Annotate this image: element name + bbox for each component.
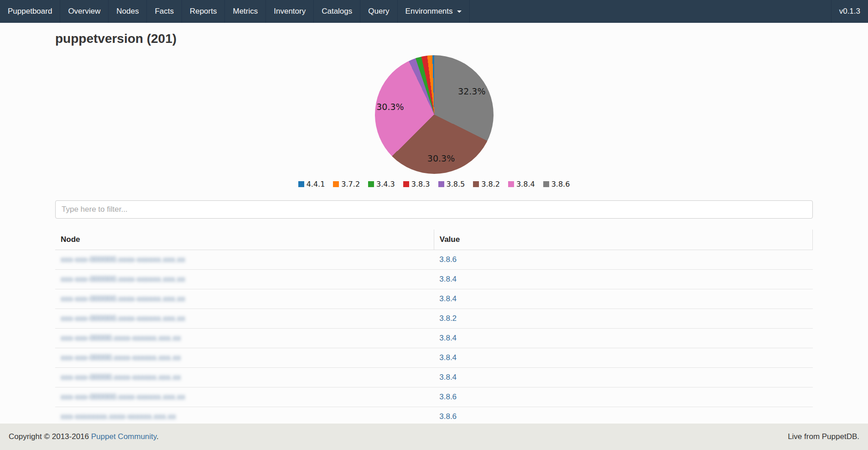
- chevron-down-icon: [457, 10, 462, 13]
- legend-item: 3.8.6: [543, 180, 570, 188]
- value-cell: 3.8.4: [434, 270, 812, 289]
- table-row: xxx-xxx-000000.xxxx-xxxxxx.xxx.xx 3.8.4: [55, 289, 813, 309]
- version-label: v0.1.3: [831, 0, 868, 23]
- value-link[interactable]: 3.8.2: [439, 314, 457, 323]
- node-link[interactable]: xxx-xxx-000000.xxxx-xxxxxx.xxx.xx: [61, 294, 185, 303]
- table-row: xxx-xxx-00000.xxxx-xxxxxx.xxx.xx 3.8.4: [55, 348, 813, 368]
- nav-item-query[interactable]: Query: [360, 0, 397, 23]
- pie-legend: 4.4.1 3.7.2 3.4.3 3.8.3 3.8.5 3.8.2 3.8.…: [294, 180, 574, 188]
- fact-value-table: Node Value xxx-xxx-000000.xxxx-xxxxxx.xx…: [55, 230, 813, 427]
- table-row: xxx-xxx-00000.xxxx-xxxxxx.xxx.xx 3.8.4: [55, 368, 813, 387]
- navbar-brand[interactable]: Puppetboard: [0, 0, 60, 23]
- value-link[interactable]: 3.8.6: [439, 392, 457, 401]
- legend-item: 3.8.4: [508, 180, 535, 188]
- legend-item: 4.4.1: [298, 180, 325, 188]
- legend-label: 3.8.4: [516, 180, 535, 188]
- value-cell: 3.8.4: [434, 329, 812, 348]
- legend-label: 3.8.2: [481, 180, 500, 188]
- copyright-text: Copyright © 2013-2016 Puppet Community.: [9, 432, 159, 441]
- legend-item: 3.8.5: [438, 180, 465, 188]
- node-cell: xxx-xxx-00000.xxxx-xxxxxx.xxx.xx: [55, 348, 434, 368]
- filter-input[interactable]: [55, 200, 813, 219]
- legend-swatch-icon: [368, 181, 374, 187]
- node-cell: xxx-xxx-000000.xxxx-xxxxxx.xxx.xx: [55, 289, 434, 309]
- value-link[interactable]: 3.8.6: [439, 412, 457, 421]
- legend-item: 3.8.2: [473, 180, 500, 188]
- nav-item-inventory[interactable]: Inventory: [266, 0, 314, 23]
- copyright-suffix: .: [156, 432, 159, 441]
- value-link[interactable]: 3.8.6: [439, 255, 457, 264]
- legend-swatch-icon: [298, 181, 304, 187]
- pie-percent-label: 30.3%: [427, 153, 455, 163]
- pie-percent-label: 32.3%: [458, 86, 485, 96]
- value-cell: 3.8.4: [434, 348, 812, 368]
- environments-dropdown-label: Environments: [405, 7, 453, 16]
- legend-swatch-icon: [403, 181, 409, 187]
- node-link[interactable]: xxx-xxxxxxxx.xxxx-xxxxxx.xxx.xx: [61, 412, 176, 421]
- node-link[interactable]: xxx-xxx-000000.xxxx-xxxxxx.xxx.xx: [61, 255, 185, 264]
- pie-percent-label: 30.3%: [376, 102, 404, 112]
- legend-item: 3.7.2: [333, 180, 360, 188]
- legend-label: 3.8.5: [447, 180, 465, 188]
- node-cell: xxx-xxx-000000.xxxx-xxxxxx.xxx.xx: [55, 250, 434, 270]
- value-cell: 3.8.2: [434, 309, 812, 329]
- node-cell: xxx-xxx-00000.xxxx-xxxxxx.xxx.xx: [55, 368, 434, 387]
- nav-item-facts[interactable]: Facts: [147, 0, 182, 23]
- value-cell: 3.8.4: [434, 289, 812, 309]
- legend-item: 3.4.3: [368, 180, 395, 188]
- legend-swatch-icon: [473, 181, 479, 187]
- node-link[interactable]: xxx-xxx-00000.xxxx-xxxxxx.xxx.xx: [61, 373, 181, 382]
- table-row: xxx-xxx-000000.xxxx-xxxxxx.xxx.xx 3.8.6: [55, 387, 813, 407]
- table-row: xxx-xxx-000000.xxxx-xxxxxx.xxx.xx 3.8.4: [55, 270, 813, 289]
- legend-swatch-icon: [438, 181, 444, 187]
- pie-chart: 32.3%30.3%30.3%: [375, 55, 494, 174]
- legend-label: 3.8.3: [411, 180, 430, 188]
- nav-item-overview[interactable]: Overview: [60, 0, 109, 23]
- column-header-value[interactable]: Value: [434, 230, 812, 250]
- live-from-puppetdb-text: Live from PuppetDB.: [788, 432, 859, 441]
- node-link[interactable]: xxx-xxx-00000.xxxx-xxxxxx.xxx.xx: [61, 353, 181, 362]
- legend-label: 3.8.6: [551, 180, 570, 188]
- value-cell: 3.8.6: [434, 250, 812, 270]
- puppet-community-link[interactable]: Puppet Community: [91, 432, 156, 441]
- value-link[interactable]: 3.8.4: [439, 373, 457, 382]
- table-row: xxx-xxx-000000.xxxx-xxxxxx.xxx.xx 3.8.6: [55, 250, 813, 270]
- value-link[interactable]: 3.8.4: [439, 294, 457, 303]
- table-row: xxx-xxx-00000.xxxx-xxxxxx.xxx.xx 3.8.4: [55, 329, 813, 348]
- fact-pie-chart: 32.3%30.3%30.3% 4.4.1 3.7.2 3.4.3 3.8.3 …: [55, 55, 813, 188]
- legend-swatch-icon: [543, 181, 549, 187]
- environments-dropdown[interactable]: Environments: [398, 0, 470, 23]
- node-cell: xxx-xxx-00000.xxxx-xxxxxx.xxx.xx: [55, 329, 434, 348]
- legend-label: 3.7.2: [341, 180, 360, 188]
- value-cell: 3.8.4: [434, 368, 812, 387]
- node-cell: xxx-xxx-000000.xxxx-xxxxxx.xxx.xx: [55, 387, 434, 407]
- legend-label: 4.4.1: [307, 180, 325, 188]
- value-link[interactable]: 3.8.4: [439, 334, 457, 342]
- legend-label: 3.4.3: [376, 180, 395, 188]
- nav-item-reports[interactable]: Reports: [182, 0, 225, 23]
- legend-item: 3.8.3: [403, 180, 430, 188]
- page-footer: Copyright © 2013-2016 Puppet Community. …: [0, 424, 868, 450]
- node-link[interactable]: xxx-xxx-00000.xxxx-xxxxxx.xxx.xx: [61, 334, 181, 342]
- node-link[interactable]: xxx-xxx-000000.xxxx-xxxxxx.xxx.xx: [61, 275, 185, 283]
- top-navbar: Puppetboard Overview Nodes Facts Reports…: [0, 0, 868, 23]
- node-cell: xxx-xxx-000000.xxxx-xxxxxx.xxx.xx: [55, 270, 434, 289]
- table-row: xxx-xxx-000000.xxxx-xxxxxx.xxx.xx 3.8.2: [55, 309, 813, 329]
- value-link[interactable]: 3.8.4: [439, 275, 457, 283]
- legend-swatch-icon: [508, 181, 514, 187]
- column-header-node[interactable]: Node: [55, 230, 434, 250]
- value-cell: 3.8.6: [434, 387, 812, 407]
- node-link[interactable]: xxx-xxx-000000.xxxx-xxxxxx.xxx.xx: [61, 392, 185, 401]
- legend-swatch-icon: [333, 181, 339, 187]
- copyright-prefix: Copyright © 2013-2016: [9, 432, 91, 441]
- main-content: puppetversion (201) 32.3%30.3%30.3% 4.4.…: [55, 31, 813, 427]
- nav-item-nodes[interactable]: Nodes: [109, 0, 147, 23]
- node-cell: xxx-xxx-000000.xxxx-xxxxxx.xxx.xx: [55, 309, 434, 329]
- page-title: puppetversion (201): [55, 31, 813, 46]
- value-link[interactable]: 3.8.4: [439, 353, 457, 362]
- nav-item-catalogs[interactable]: Catalogs: [314, 0, 360, 23]
- nav-item-metrics[interactable]: Metrics: [225, 0, 266, 23]
- node-link[interactable]: xxx-xxx-000000.xxxx-xxxxxx.xxx.xx: [61, 314, 185, 323]
